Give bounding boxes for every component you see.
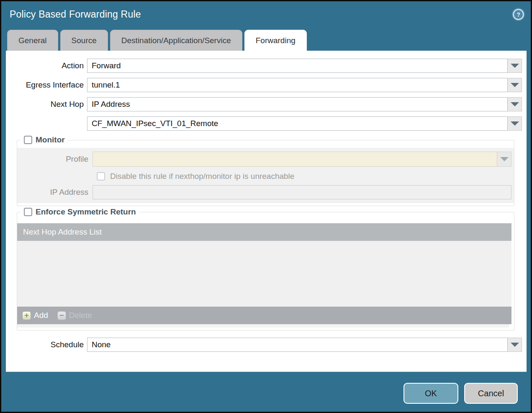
dialog-title: Policy Based Forwarding Rule [10,9,513,20]
symmetric-return-checkbox[interactable] [24,208,32,216]
table-bottom-strip [17,324,509,328]
action-row: Action Forward [6,59,522,73]
next-hop-address-table: Next Hop Address List + Add − Delete [17,223,511,328]
symmetric-return-legend-label: Enforce Symmetric Return [36,207,136,217]
egress-interface-select[interactable]: tunnel.1 [87,78,508,92]
next-hop-row: Next Hop IP Address [6,97,522,111]
action-select[interactable]: Forward [87,59,508,73]
next-hop-address-list-toolbar: + Add − Delete [17,307,511,324]
help-icon[interactable]: ? [513,9,524,20]
schedule-row: Schedule None [6,338,522,352]
profile-dropdown-button [497,152,511,167]
symmetric-return-legend: Enforce Symmetric Return [21,207,139,217]
monitor-group: Monitor Profile Disable this rule if nex… [17,140,514,206]
add-button-label: Add [34,311,48,320]
delete-button[interactable]: − Delete [57,311,92,320]
next-hop-select[interactable]: IP Address [87,97,508,111]
tab-content-forwarding: Action Forward Egress Interface tunnel.1… [6,51,527,372]
disable-rule-row: Disable this rule if nexthop/monitor ip … [97,172,511,181]
minus-icon: − [57,311,66,320]
action-label: Action [6,61,87,70]
caret-down-icon [511,343,519,347]
monitor-ip-address-input [93,185,511,199]
tab-general[interactable]: General [7,30,58,51]
delete-button-label: Delete [69,311,92,320]
profile-row: Profile [17,152,511,167]
tab-forwarding[interactable]: Forwarding [244,30,307,51]
ok-button[interactable]: OK [403,383,458,404]
caret-down-icon [511,102,519,106]
next-hop-address-row: CF_MWAN_IPsec_VTI_01_Remote [6,116,522,131]
next-hop-address-select[interactable]: CF_MWAN_IPsec_VTI_01_Remote [87,116,508,131]
add-button[interactable]: + Add [22,311,48,320]
schedule-dropdown-button[interactable] [508,338,522,352]
next-hop-address-list-body [17,241,511,307]
dialog-footer: OK Cancel [1,372,531,412]
schedule-label: Schedule [6,340,87,349]
tab-bar: General Source Destination/Application/S… [1,27,531,51]
egress-interface-dropdown-button[interactable] [508,78,522,92]
profile-select [93,152,497,167]
disable-rule-checkbox [97,172,105,181]
monitor-ip-address-label: IP Address [17,188,93,197]
egress-interface-row: Egress Interface tunnel.1 [6,78,522,92]
cancel-button[interactable]: Cancel [464,383,518,404]
caret-down-icon [511,64,519,68]
tab-source[interactable]: Source [60,30,108,51]
schedule-select[interactable]: None [87,338,508,352]
next-hop-address-list-header: Next Hop Address List [17,223,511,241]
monitor-legend: Monitor [21,135,68,145]
action-dropdown-button[interactable] [508,59,522,73]
monitor-legend-label: Monitor [36,135,65,145]
caret-down-icon [511,121,519,126]
disable-rule-label: Disable this rule if nexthop/monitor ip … [110,172,294,181]
symmetric-return-group: Enforce Symmetric Return Next Hop Addres… [17,212,514,330]
tab-destination-application-service[interactable]: Destination/Application/Service [110,30,242,51]
dialog-titlebar: Policy Based Forwarding Rule ? [1,1,531,27]
caret-down-icon [511,83,519,87]
next-hop-label: Next Hop [6,100,87,109]
next-hop-address-dropdown-button[interactable] [508,116,522,131]
next-hop-dropdown-button[interactable] [508,97,522,111]
profile-label: Profile [17,155,93,164]
plus-icon: + [22,311,31,320]
monitor-ip-address-row: IP Address [17,185,511,199]
monitor-checkbox[interactable] [24,136,32,144]
egress-interface-label: Egress Interface [6,80,87,90]
monitor-panel: Profile Disable this rule if nexthop/mon… [17,148,514,203]
policy-based-forwarding-dialog: Policy Based Forwarding Rule ? General S… [0,0,532,413]
caret-down-icon [500,157,509,161]
